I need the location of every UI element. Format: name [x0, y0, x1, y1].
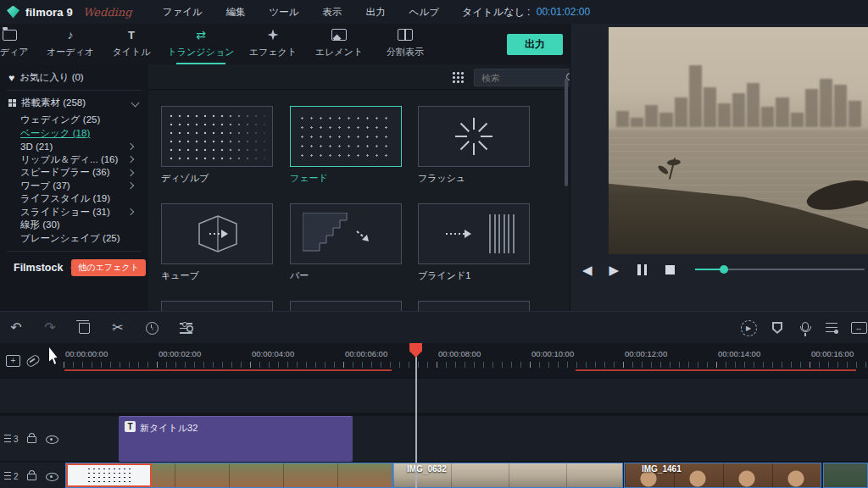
- grid-view-icon[interactable]: [452, 71, 464, 83]
- clip-extent-line: [64, 369, 392, 371]
- sidebar-item-wedding[interactable]: ウェディング (25): [20, 114, 145, 127]
- transition-card-partial[interactable]: [418, 301, 530, 311]
- previous-frame-button[interactable]: ◀: [582, 263, 593, 276]
- tab-effects[interactable]: エフェクト: [236, 27, 309, 58]
- pause-button[interactable]: [637, 264, 647, 275]
- tab-split-view[interactable]: 分割表示: [369, 27, 442, 58]
- undo-button[interactable]: ↶: [7, 319, 25, 336]
- chevron-down-icon: [131, 99, 140, 108]
- transition-card-blind[interactable]: [418, 203, 530, 264]
- menu-help[interactable]: ヘルプ: [398, 0, 451, 24]
- sidebar-item-speedblur[interactable]: スピードブラー (36): [20, 166, 145, 180]
- track-type-icon: [4, 435, 11, 442]
- filmstock-row[interactable]: Filmstock 他のエフェクト: [8, 259, 143, 276]
- sidebar-item-lifestyle[interactable]: ライフスタイル (19): [20, 192, 145, 206]
- title-clip-icon: T: [125, 421, 136, 432]
- transition-card-fade[interactable]: [290, 106, 402, 167]
- preview-video[interactable]: [609, 27, 868, 254]
- ruler-tick: 00:00:02:00: [159, 349, 201, 358]
- clip-label: IMG_1461: [642, 464, 682, 474]
- zoom-to-fit-button[interactable]: ↔: [849, 319, 868, 336]
- chevron-right-icon: [127, 169, 134, 176]
- menu-file[interactable]: ファイル: [150, 0, 214, 24]
- sidebar-divider: [7, 251, 142, 252]
- slider-knob[interactable]: [720, 265, 728, 274]
- more-effects-badge[interactable]: 他のエフェクト: [71, 259, 145, 276]
- track-3-row[interactable]: 3 T 新タイトル32: [0, 416, 868, 461]
- video-clip-img0632[interactable]: IMG_0632: [392, 463, 623, 488]
- record-voiceover-button[interactable]: [796, 319, 815, 336]
- microphone-icon: [802, 322, 809, 331]
- transition-icon: ⇄: [196, 29, 206, 41]
- tab-elements[interactable]: エレメント: [303, 27, 376, 58]
- menu-view[interactable]: 表示: [311, 0, 354, 24]
- favorites-item[interactable]: ♥ お気に入り (0): [8, 71, 143, 84]
- transition-card-flash[interactable]: [418, 106, 530, 167]
- marker-button[interactable]: [768, 319, 787, 336]
- library-header: [148, 64, 570, 90]
- delete-button[interactable]: [75, 319, 93, 336]
- transition-card-bar[interactable]: [290, 203, 402, 264]
- title-clip[interactable]: T 新タイトル32: [119, 416, 353, 462]
- transition-label: キューブ: [161, 269, 273, 282]
- tab-titles[interactable]: T タイトル: [95, 27, 168, 58]
- video-clip-img1461[interactable]: IMG_1461: [624, 463, 821, 488]
- menu-edit[interactable]: 編集: [214, 0, 258, 24]
- menu-export[interactable]: 出力: [354, 0, 398, 24]
- visibility-eye-icon[interactable]: [46, 473, 58, 481]
- preview-panel: ◀ ▶: [570, 24, 868, 311]
- sidebar-item-ripple[interactable]: リップル＆ディ... (16): [20, 153, 145, 167]
- transition-label: ブラインド1: [418, 269, 530, 282]
- transition-card-partial[interactable]: [161, 301, 273, 311]
- transition-label: ディゾルブ: [161, 172, 273, 185]
- category-root-item[interactable]: 搭載素材 (258): [8, 97, 143, 109]
- redo-button[interactable]: ↷: [41, 319, 59, 336]
- split-button[interactable]: ✂: [108, 319, 127, 336]
- menu-tools[interactable]: ツール: [258, 0, 311, 24]
- sidebar-item-warp[interactable]: ワープ (37): [20, 180, 145, 193]
- sidebar-item-basic[interactable]: ベーシック (18): [20, 127, 145, 141]
- search-input[interactable]: [474, 69, 570, 86]
- stop-button[interactable]: [665, 265, 675, 274]
- video-clip-img1441[interactable]: IMG_1441: [65, 463, 392, 488]
- fade-pattern: [298, 114, 394, 159]
- lock-icon[interactable]: [27, 474, 36, 480]
- add-marker-icon[interactable]: +: [6, 355, 20, 367]
- chevron-right-icon: [127, 208, 134, 215]
- folder-icon: [3, 30, 17, 41]
- title-clip-label: 新タイトル32: [140, 422, 198, 435]
- tab-transitions[interactable]: ⇄ トランジション: [164, 27, 237, 58]
- export-button[interactable]: 出力: [507, 34, 563, 55]
- city-skyline: [609, 27, 868, 127]
- track-2-row[interactable]: 2 IMG_1441 IMG_0632 IMG_1461: [0, 463, 868, 488]
- duration-button[interactable]: [142, 319, 161, 336]
- library-scrollbar[interactable]: [565, 78, 568, 186]
- clip-extent-line: [576, 369, 856, 371]
- sidebar-item-plainshape[interactable]: プレーンシェイプ (25): [20, 232, 145, 246]
- playhead-line: [415, 357, 417, 488]
- blinds-icon: [431, 213, 519, 255]
- timeline-ruler[interactable]: 00:00:00:00 00:00:02:00 00:00:04:00 00:0…: [64, 343, 868, 377]
- sidebar-item-slideshow[interactable]: スライドショー (31): [20, 206, 145, 219]
- track-type-icon: [4, 472, 11, 480]
- music-note-icon: ♪: [68, 29, 74, 41]
- next-frame-button[interactable]: ▶: [609, 263, 620, 276]
- adjust-button[interactable]: [176, 319, 195, 336]
- top-menu-bar: filmora 9 Wedding ファイル 編集 ツール 表示 出力 ヘルプ …: [0, 0, 868, 25]
- empty-track-row[interactable]: [0, 379, 868, 413]
- visibility-eye-icon[interactable]: [46, 435, 58, 444]
- applied-transition[interactable]: [66, 463, 152, 487]
- image-icon: [331, 29, 347, 41]
- link-icon[interactable]: [25, 353, 42, 368]
- render-preview-button[interactable]: ▶: [739, 319, 758, 336]
- transition-card-dissolve[interactable]: [161, 106, 273, 167]
- lock-icon[interactable]: [27, 436, 36, 443]
- transition-card-cube[interactable]: [161, 203, 273, 264]
- preview-seek-slider[interactable]: [695, 269, 865, 270]
- transition-card-partial[interactable]: [290, 301, 402, 311]
- sidebar-item-linear[interactable]: 線形 (30): [20, 219, 145, 232]
- video-clip-partial[interactable]: [823, 463, 868, 488]
- sidebar-item-3d[interactable]: 3D (21): [20, 140, 145, 153]
- clip-label: IMG_0632: [407, 464, 447, 474]
- audio-mixer-button[interactable]: [822, 319, 841, 336]
